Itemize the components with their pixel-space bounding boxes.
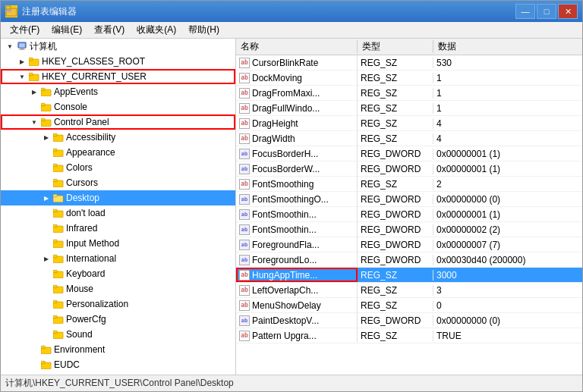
close-button[interactable]: ✕ xyxy=(558,4,578,19)
row-name-r7: abFocusBorderH... xyxy=(236,146,358,161)
row-name-text-r16: LeftOverlapCh... xyxy=(252,285,318,296)
expander-cursors[interactable] xyxy=(40,177,52,189)
tree-item-mouse[interactable]: Mouse xyxy=(1,281,235,296)
table-row[interactable]: abFontSmoothin...REG_DWORD0x00000002 (2) xyxy=(236,222,582,237)
expander-eudc[interactable] xyxy=(28,359,40,371)
table-row[interactable]: abPaintDesktopV...REG_DWORD0x00000000 (0… xyxy=(236,313,582,328)
table-row[interactable]: abFontSmoothingO...REG_DWORD0x00000000 (… xyxy=(236,192,582,207)
table-row[interactable]: abDragHeightREG_SZ4 xyxy=(236,116,582,131)
expander-appevents[interactable]: ▶ xyxy=(28,86,40,98)
row-data-r3: 1 xyxy=(433,88,582,99)
expander-keyboard[interactable] xyxy=(40,268,52,280)
table-row[interactable]: abDragFullWindo...REG_SZ1 xyxy=(236,101,582,116)
tree-label-cursors: Cursors xyxy=(66,177,98,188)
reg-dword-icon: ab xyxy=(239,315,250,326)
table-row[interactable]: abFocusBorderW...REG_DWORD0x00000001 (1) xyxy=(236,162,582,177)
tree-item-hkcr[interactable]: ▶ HKEY_CLASSES_ROOT xyxy=(1,54,235,69)
row-data-r14: 0x00030d40 (200000) xyxy=(433,255,582,265)
row-name-text-r8: FocusBorderW... xyxy=(252,164,320,174)
expander-appearance[interactable] xyxy=(40,146,52,158)
tree-label-inputmethod: Input Method xyxy=(66,238,119,249)
tree-item-console[interactable]: Console xyxy=(1,99,235,114)
table-row[interactable]: abMenuShowDelayREG_SZ0 xyxy=(236,298,582,313)
header-type: 类型 xyxy=(358,40,433,53)
table-row[interactable]: abCursorBlinkRateREG_SZ530 xyxy=(236,55,582,71)
row-type-r12: REG_DWORD xyxy=(358,224,433,235)
table-row[interactable]: abHungAppTime...REG_SZ3000 xyxy=(236,268,582,283)
reg-sz-icon: ab xyxy=(239,118,250,129)
svg-rect-30 xyxy=(53,224,57,227)
folder-icon xyxy=(52,328,65,340)
expander-console[interactable] xyxy=(28,101,40,113)
menu-view[interactable]: 查看(V) xyxy=(88,22,131,38)
tree-item-eudc[interactable]: EUDC xyxy=(1,357,235,372)
tree-item-desktop[interactable]: ▶ Desktop xyxy=(1,190,235,205)
row-name-r10: abFontSmoothingO... xyxy=(236,192,358,206)
expander-accessibility[interactable]: ▶ xyxy=(40,131,52,143)
expander-controlpanel[interactable]: ▼ xyxy=(28,116,40,128)
tree-item-controlpanel[interactable]: ▼ Control Panel xyxy=(1,114,235,130)
expander-hkcu[interactable]: ▼ xyxy=(16,71,28,83)
main-window: 注册表编辑器 — □ ✕ 文件(F) 编辑(E) 查看(V) 收藏夹(A) 帮助… xyxy=(0,0,583,392)
expander-inputmethod[interactable] xyxy=(40,237,52,249)
tree-item-environment[interactable]: Environment xyxy=(1,342,235,357)
tree-item-inputmethod[interactable]: Input Method xyxy=(1,236,235,251)
expander-desktop[interactable]: ▶ xyxy=(40,192,52,204)
menu-edit[interactable]: 编辑(E) xyxy=(46,22,88,38)
table-row[interactable]: abDragFromMaxi...REG_SZ1 xyxy=(236,86,582,101)
svg-rect-10 xyxy=(29,73,33,76)
reg-sz-icon: ab xyxy=(239,73,250,83)
tree-label-keyboard: Keyboard xyxy=(66,268,105,279)
tree-item-infrared[interactable]: Infrared xyxy=(1,221,235,236)
tree-item-computer[interactable]: ▼ 计算机 xyxy=(1,39,235,54)
tree-item-accessibility[interactable]: ▶ Accessibility xyxy=(1,130,235,145)
maximize-button[interactable]: □ xyxy=(537,4,556,19)
row-data-r5: 4 xyxy=(433,118,582,129)
tree-item-powercfg[interactable]: PowerCfg xyxy=(1,312,235,327)
expander-international[interactable]: ▶ xyxy=(40,252,52,265)
tree-item-sound[interactable]: Sound xyxy=(1,327,235,342)
tree-item-colors[interactable]: Colors xyxy=(1,160,235,175)
table-row[interactable]: abPattern Upgra...REG_SZTRUE xyxy=(236,328,582,343)
expander-mouse[interactable] xyxy=(40,283,52,295)
content-area: ▼ 计算机▶ HKEY_CLASSES_ROOT▼ HKEY_CURRENT_U… xyxy=(1,39,582,375)
row-type-r3: REG_SZ xyxy=(358,88,433,99)
table-row[interactable]: abForegroundLo...REG_DWORD0x00030d40 (20… xyxy=(236,252,582,268)
table-row[interactable]: abFocusBorderH...REG_DWORD0x00000001 (1) xyxy=(236,146,582,162)
reg-dword-icon: ab xyxy=(239,255,250,265)
tree-item-personalization[interactable]: Personalization xyxy=(1,296,235,312)
expander-infrared[interactable] xyxy=(40,222,52,234)
menu-favorites[interactable]: 收藏夹(A) xyxy=(131,22,182,38)
table-row[interactable]: abFontSmoothingREG_SZ2 xyxy=(236,177,582,192)
menu-help[interactable]: 帮助(H) xyxy=(182,22,225,38)
svg-rect-4 xyxy=(19,43,25,47)
header-name: 名称 xyxy=(236,40,358,53)
expander-powercfg[interactable] xyxy=(40,313,52,325)
table-row[interactable]: abDragWidthREG_SZ4 xyxy=(236,131,582,146)
tree-item-appevents[interactable]: ▶ AppEvents xyxy=(1,84,235,99)
tree-item-hkcu[interactable]: ▼ HKEY_CURRENT_USER xyxy=(1,69,235,84)
svg-rect-18 xyxy=(53,133,57,136)
expander-dontload[interactable] xyxy=(40,207,52,219)
table-row[interactable]: abForegroundFla...REG_DWORD0x00000007 (7… xyxy=(236,237,582,252)
minimize-button[interactable]: — xyxy=(515,4,535,19)
expander-environment[interactable] xyxy=(28,343,40,356)
expander-hkcr[interactable]: ▶ xyxy=(16,55,28,67)
expander-personalization[interactable] xyxy=(40,298,52,310)
expander-sound[interactable] xyxy=(40,328,52,340)
tree-item-international[interactable]: ▶ International xyxy=(1,251,235,266)
table-row[interactable]: abFontSmoothin...REG_DWORD0x00000001 (1) xyxy=(236,207,582,222)
table-row[interactable]: abLeftOverlapCh...REG_SZ3 xyxy=(236,283,582,298)
row-type-r7: REG_DWORD xyxy=(358,149,433,159)
expander-colors[interactable] xyxy=(40,162,52,174)
tree-item-dontload[interactable]: don't load xyxy=(1,205,235,221)
table-row[interactable]: abDockMovingREG_SZ1 xyxy=(236,71,582,86)
tree-item-appearance[interactable]: Appearance xyxy=(1,145,235,160)
tree-panel[interactable]: ▼ 计算机▶ HKEY_CLASSES_ROOT▼ HKEY_CURRENT_U… xyxy=(1,39,236,375)
tree-item-cursors[interactable]: Cursors xyxy=(1,175,235,190)
menu-file[interactable]: 文件(F) xyxy=(4,22,46,38)
tree-item-keyboard[interactable]: Keyboard xyxy=(1,266,235,281)
expander-computer[interactable]: ▼ xyxy=(4,40,16,52)
registry-values-panel[interactable]: 名称 类型 数据 abCursorBlinkRateREG_SZ530abDoc… xyxy=(236,39,582,375)
row-type-r19: REG_SZ xyxy=(358,331,433,341)
